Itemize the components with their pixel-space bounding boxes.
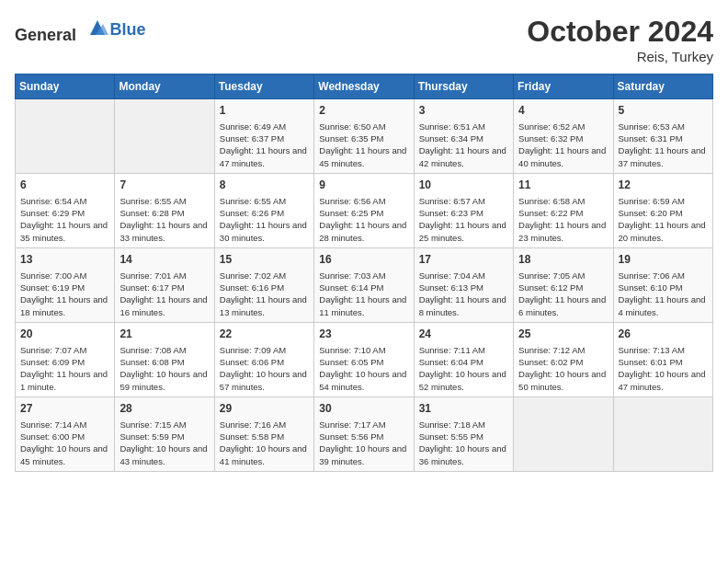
day-number: 25 xyxy=(518,327,608,342)
calendar-cell: 5Sunrise: 6:53 AM Sunset: 6:31 PM Daylig… xyxy=(613,99,712,174)
day-info: Sunrise: 7:07 AM Sunset: 6:09 PM Dayligh… xyxy=(20,344,109,393)
month-title: October 2024 xyxy=(527,15,713,49)
day-number: 1 xyxy=(220,103,309,119)
calendar-cell: 6Sunrise: 6:54 AM Sunset: 6:29 PM Daylig… xyxy=(16,173,115,247)
day-info: Sunrise: 7:10 AM Sunset: 6:05 PM Dayligh… xyxy=(319,344,408,393)
day-info: Sunrise: 7:14 AM Sunset: 6:00 PM Dayligh… xyxy=(20,419,109,467)
calendar-cell: 13Sunrise: 7:00 AM Sunset: 6:19 PM Dayli… xyxy=(16,247,115,322)
location: Reis, Turkey xyxy=(527,49,713,64)
calendar-cell: 25Sunrise: 7:12 AM Sunset: 6:02 PM Dayli… xyxy=(514,322,613,396)
day-number: 19 xyxy=(619,252,708,268)
day-number: 14 xyxy=(119,252,209,268)
calendar-cell: 30Sunrise: 7:17 AM Sunset: 5:56 PM Dayli… xyxy=(314,396,414,471)
day-number: 6 xyxy=(20,178,109,193)
day-info: Sunrise: 6:57 AM Sunset: 6:23 PM Dayligh… xyxy=(419,195,508,244)
header-sunday: Sunday xyxy=(16,75,115,99)
day-number: 24 xyxy=(419,327,508,342)
day-info: Sunrise: 7:12 AM Sunset: 6:02 PM Dayligh… xyxy=(518,344,608,393)
header-friday: Friday xyxy=(514,75,613,99)
day-number: 12 xyxy=(619,178,708,193)
week-row-2: 6Sunrise: 6:54 AM Sunset: 6:29 PM Daylig… xyxy=(16,173,713,247)
day-number: 26 xyxy=(619,327,708,342)
day-number: 27 xyxy=(20,401,109,417)
calendar-cell: 15Sunrise: 7:02 AM Sunset: 6:16 PM Dayli… xyxy=(214,247,313,322)
day-info: Sunrise: 6:58 AM Sunset: 6:22 PM Dayligh… xyxy=(518,195,608,244)
title-section: October 2024 Reis, Turkey xyxy=(527,15,713,64)
calendar-cell xyxy=(115,99,214,174)
day-info: Sunrise: 7:15 AM Sunset: 5:59 PM Dayligh… xyxy=(119,419,209,467)
calendar-cell: 8Sunrise: 6:55 AM Sunset: 6:26 PM Daylig… xyxy=(214,173,313,247)
calendar-cell: 16Sunrise: 7:03 AM Sunset: 6:14 PM Dayli… xyxy=(314,247,414,322)
day-number: 17 xyxy=(419,252,508,268)
header-monday: Monday xyxy=(115,75,214,99)
calendar-cell: 26Sunrise: 7:13 AM Sunset: 6:01 PM Dayli… xyxy=(613,322,712,396)
calendar-body: 1Sunrise: 6:49 AM Sunset: 6:37 PM Daylig… xyxy=(16,99,713,472)
day-number: 13 xyxy=(20,252,109,268)
day-number: 3 xyxy=(419,103,508,119)
day-info: Sunrise: 7:01 AM Sunset: 6:17 PM Dayligh… xyxy=(119,270,209,318)
day-info: Sunrise: 7:06 AM Sunset: 6:10 PM Dayligh… xyxy=(619,270,708,318)
day-info: Sunrise: 7:17 AM Sunset: 5:56 PM Dayligh… xyxy=(319,419,408,467)
calendar-cell: 12Sunrise: 6:59 AM Sunset: 6:20 PM Dayli… xyxy=(613,173,712,247)
day-number: 8 xyxy=(220,178,309,193)
day-number: 31 xyxy=(419,401,508,417)
day-info: Sunrise: 7:03 AM Sunset: 6:14 PM Dayligh… xyxy=(319,270,408,318)
day-number: 11 xyxy=(518,178,608,193)
calendar-cell xyxy=(16,99,115,174)
week-row-3: 13Sunrise: 7:00 AM Sunset: 6:19 PM Dayli… xyxy=(16,247,713,322)
calendar-cell: 7Sunrise: 6:55 AM Sunset: 6:28 PM Daylig… xyxy=(115,173,214,247)
calendar-cell: 2Sunrise: 6:50 AM Sunset: 6:35 PM Daylig… xyxy=(314,99,414,174)
day-number: 7 xyxy=(119,178,209,193)
calendar-cell: 18Sunrise: 7:05 AM Sunset: 6:12 PM Dayli… xyxy=(514,247,613,322)
header-wednesday: Wednesday xyxy=(314,75,414,99)
day-info: Sunrise: 6:52 AM Sunset: 6:32 PM Dayligh… xyxy=(518,121,608,169)
week-row-1: 1Sunrise: 6:49 AM Sunset: 6:37 PM Daylig… xyxy=(16,99,713,174)
calendar-cell: 29Sunrise: 7:16 AM Sunset: 5:58 PM Dayli… xyxy=(214,396,313,471)
day-number: 18 xyxy=(518,252,608,268)
day-number: 21 xyxy=(119,327,209,342)
day-info: Sunrise: 7:09 AM Sunset: 6:06 PM Dayligh… xyxy=(220,344,309,393)
calendar-cell: 17Sunrise: 7:04 AM Sunset: 6:13 PM Dayli… xyxy=(414,247,513,322)
calendar-cell: 4Sunrise: 6:52 AM Sunset: 6:32 PM Daylig… xyxy=(514,99,613,174)
day-info: Sunrise: 6:55 AM Sunset: 6:26 PM Dayligh… xyxy=(220,195,309,244)
logo-general: General xyxy=(15,26,76,44)
day-info: Sunrise: 6:54 AM Sunset: 6:29 PM Dayligh… xyxy=(20,195,109,244)
day-number: 15 xyxy=(220,252,309,268)
calendar-cell: 3Sunrise: 6:51 AM Sunset: 6:34 PM Daylig… xyxy=(414,99,513,174)
calendar-cell: 10Sunrise: 6:57 AM Sunset: 6:23 PM Dayli… xyxy=(414,173,513,247)
calendar-cell: 1Sunrise: 6:49 AM Sunset: 6:37 PM Daylig… xyxy=(214,99,313,174)
day-number: 10 xyxy=(419,178,508,193)
calendar-cell xyxy=(613,396,712,471)
week-row-5: 27Sunrise: 7:14 AM Sunset: 6:00 PM Dayli… xyxy=(16,396,713,471)
header-saturday: Saturday xyxy=(613,75,712,99)
day-number: 5 xyxy=(619,103,708,119)
day-info: Sunrise: 7:13 AM Sunset: 6:01 PM Dayligh… xyxy=(619,344,708,393)
day-info: Sunrise: 7:00 AM Sunset: 6:19 PM Dayligh… xyxy=(20,270,109,318)
calendar-cell: 11Sunrise: 6:58 AM Sunset: 6:22 PM Dayli… xyxy=(514,173,613,247)
day-info: Sunrise: 6:51 AM Sunset: 6:34 PM Dayligh… xyxy=(419,121,508,169)
day-info: Sunrise: 7:18 AM Sunset: 5:55 PM Dayligh… xyxy=(419,419,508,467)
calendar-cell: 31Sunrise: 7:18 AM Sunset: 5:55 PM Dayli… xyxy=(414,396,513,471)
day-info: Sunrise: 6:55 AM Sunset: 6:28 PM Dayligh… xyxy=(119,195,209,244)
day-info: Sunrise: 6:53 AM Sunset: 6:31 PM Dayligh… xyxy=(619,121,708,169)
day-info: Sunrise: 7:04 AM Sunset: 6:13 PM Dayligh… xyxy=(419,270,508,318)
calendar-cell: 28Sunrise: 7:15 AM Sunset: 5:59 PM Dayli… xyxy=(115,396,214,471)
logo-icon xyxy=(85,15,110,40)
day-info: Sunrise: 7:11 AM Sunset: 6:04 PM Dayligh… xyxy=(419,344,508,393)
day-info: Sunrise: 6:50 AM Sunset: 6:35 PM Dayligh… xyxy=(319,121,408,169)
header-thursday: Thursday xyxy=(414,75,513,99)
calendar-cell: 27Sunrise: 7:14 AM Sunset: 6:00 PM Dayli… xyxy=(16,396,115,471)
logo: General Blue xyxy=(15,15,146,45)
day-info: Sunrise: 6:49 AM Sunset: 6:37 PM Dayligh… xyxy=(220,121,309,169)
calendar-cell: 24Sunrise: 7:11 AM Sunset: 6:04 PM Dayli… xyxy=(414,322,513,396)
calendar-table: SundayMondayTuesdayWednesdayThursdayFrid… xyxy=(15,74,713,472)
header-tuesday: Tuesday xyxy=(214,75,313,99)
calendar-cell: 19Sunrise: 7:06 AM Sunset: 6:10 PM Dayli… xyxy=(613,247,712,322)
day-number: 22 xyxy=(220,327,309,342)
day-info: Sunrise: 7:16 AM Sunset: 5:58 PM Dayligh… xyxy=(220,419,309,467)
page-header: General Blue October 2024 Reis, Turkey xyxy=(15,15,713,64)
day-number: 30 xyxy=(319,401,408,417)
day-number: 20 xyxy=(20,327,109,342)
calendar-cell: 22Sunrise: 7:09 AM Sunset: 6:06 PM Dayli… xyxy=(214,322,313,396)
logo-blue: Blue xyxy=(110,20,146,39)
